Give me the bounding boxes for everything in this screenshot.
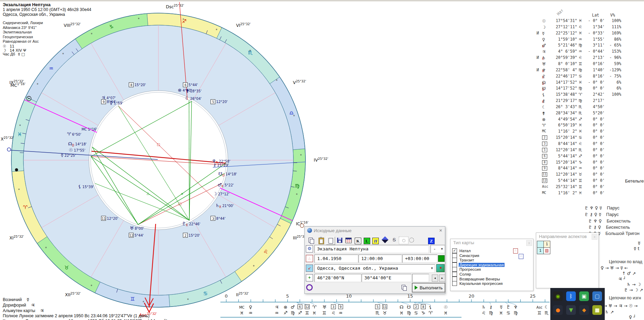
zodiac-sign-glyph: ♈ [23,204,28,210]
house-cusp-label: IC1°16' [296,221,309,226]
s-currency-icon[interactable]: S [393,237,396,243]
svg-text:15°20': 15°20' [189,234,200,237]
timeline-sign-glyph: ♌ [331,310,335,316]
kite-icon[interactable] [383,237,387,242]
chart-type-item[interactable]: Транзит [452,258,475,262]
timeline-sign-glyph: ♉ [383,310,387,316]
radio-circle-icon[interactable] [409,238,414,242]
name-mode-dropdown[interactable]: -▾ [430,245,445,253]
radio-dot-icon[interactable] [399,237,408,244]
checkbox[interactable] [452,277,457,281]
shield-icon[interactable]: ▼ [566,305,576,315]
latitude-field[interactable]: 46°28'00"N [314,274,361,282]
paste-icon[interactable] [319,238,324,244]
copy-result-icon[interactable] [402,285,407,290]
timeline-sign-glyph: ♊ [305,310,309,316]
timezone-ok-button[interactable] [438,255,445,262]
ephemeris-table-icon[interactable] [345,238,352,243]
checkbox[interactable] [452,253,457,258]
globe-icon[interactable] [306,284,313,291]
aspect-grid-cell[interactable]: 1 [537,247,544,254]
orange-circle-icon[interactable]: ● [553,305,563,315]
chain-row: ♄ → ☽ [627,282,641,287]
orange-bird-icon[interactable]: ◆ [579,305,589,315]
checkbox[interactable] [452,262,457,267]
longitude-field[interactable]: 30°44'00"E [362,274,412,282]
table-row: MC1°16' 2"♓0° 0' [535,128,644,135]
chart-type-item[interactable]: Возвращение Венеры [452,277,501,281]
timezone-field[interactable]: +03:00:00 [402,255,437,263]
table-header-v: V% [610,13,615,18]
timeline-planet-glyph: ⊗ [283,304,287,310]
svg-text:5: 5 [376,305,378,309]
fixed-star-mark: * [216,28,217,32]
fixed-star-mark: * [143,300,144,304]
sign-glyph: ♓ [579,80,582,85]
checkbox[interactable] [452,258,457,262]
place-icon[interactable]: ↙ [306,265,313,272]
green-app-icon[interactable]: ▣ [579,291,589,301]
dialog-titlebar[interactable]: Исходные данные × [305,227,445,234]
l-tool-icon[interactable]: L [364,238,370,244]
setting-line: Сидерический, Лахири [3,21,43,25]
copy-icon[interactable] [309,238,314,243]
table-row: 38°44'14"♌0° 0' [535,141,644,147]
chart-name-field[interactable]: Экзальтация Нептуна [314,245,429,253]
new-chart-icon[interactable] [326,237,335,245]
chart-type-item[interactable]: Прогрессия [452,267,481,272]
timeline-planet-glyph: Asc [536,306,542,309]
timeline-tick-number: 5 [286,293,289,299]
save-icon[interactable] [337,238,342,243]
checkbox[interactable] [452,267,457,272]
atlas-button[interactable] [436,264,445,272]
svg-text:□: □ [157,143,160,146]
place-combobox[interactable]: Одесса, Одесская обл., Украина▾ [314,264,435,273]
yellow-app-icon[interactable]: ■ [592,305,602,315]
spin-right-button[interactable]: ▸ [439,275,445,282]
fixed-star-note: Бетельгейзе [625,178,644,184]
aspect-line [189,100,189,220]
chart-type-item[interactable]: Соляр [452,272,472,277]
close-icon[interactable]: × [439,227,442,233]
zet-z-icon[interactable]: Z [428,238,435,244]
nvidia-eye-icon[interactable]: ◉ [553,291,563,301]
chart-type-item[interactable]: Синастрия [452,253,480,258]
timeline-sign-glyph: ♓ [312,310,316,316]
table-header-lat: Lat [592,13,599,18]
h-tool-icon[interactable]: H [372,238,379,244]
aspect-grid-cell[interactable]: 1 [543,241,550,248]
checkbox[interactable] [452,272,457,277]
doryphoros-line: Дорифорий♃ [3,302,35,308]
sign-glyph: ♒ [579,166,582,171]
synastry-calendar-icon[interactable]: ∴ [519,254,523,259]
aspect-grid-cell[interactable]: ▨ [543,247,550,254]
k-tool-icon[interactable]: K [355,238,361,244]
sign-glyph: ♐ [579,154,582,158]
close-icon[interactable]: x [592,234,598,240]
planet-glyph-label: MC1°16' [82,127,97,131]
close-icon[interactable]: x [526,240,532,246]
altitude-field[interactable] [412,274,429,282]
table-row: ♅8° 0'10"♊0°16'59% [535,61,644,67]
date-field[interactable]: 1.04.1950 [314,255,358,263]
bluetooth-icon[interactable]: ᛒ [566,291,576,301]
time-field[interactable]: 12:00:00 [359,255,402,263]
fixed-star-mark: * [18,188,20,192]
natal-calendar-icon[interactable]: ∴ [513,248,518,254]
run-button[interactable]: Выполнить [412,283,445,292]
calendar-icon[interactable]: ∴ [306,255,313,262]
planet-glyph-label: ☉17°55' [69,147,85,153]
house-cusp-label: X25°32' [1,136,14,142]
aspect-grid-cell[interactable] [537,241,544,248]
coordinates-icon[interactable]: + [306,274,313,281]
chart-type-item[interactable]: ✓Натал [452,248,471,253]
sign-glyph: ♌ [579,24,582,29]
spin-left-button[interactable]: ◂ [432,275,438,282]
svg-text:8: 8 [422,305,424,309]
chart-type-item[interactable]: Каузальная прогрессия [452,281,503,286]
checkbox[interactable]: ✓ [452,248,457,253]
chart-properties-icon[interactable]: ⚙ [306,245,313,252]
checkbox[interactable] [452,281,457,286]
chart-type-item[interactable]: Дирекция зодиакальная [452,262,505,267]
monitor-icon[interactable]: ▢ [592,291,602,301]
